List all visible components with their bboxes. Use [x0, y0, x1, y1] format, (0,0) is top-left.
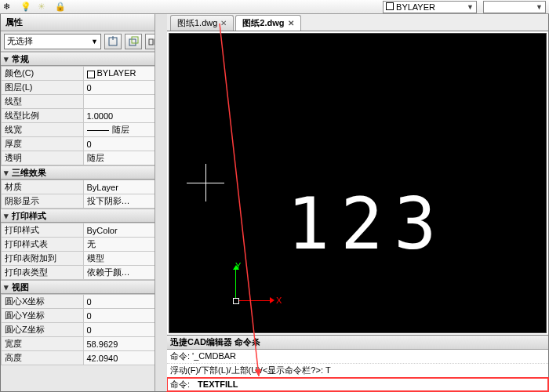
group-general-table: 颜色(C)BYLAYER 图层(L)0 线型 线型比例1.0000 线宽随层 厚… — [1, 66, 165, 165]
document-tabs: 图纸1.dwg✕ 图纸2.dwg✕ — [167, 14, 548, 31]
tab-doc-1[interactable]: 图纸1.dwg✕ — [170, 15, 234, 31]
panel-toolbar: 无选择 ▼ — [1, 31, 165, 52]
color-swatch-icon — [87, 71, 95, 78]
properties-scroll[interactable]: ▾常规 颜色(C)BYLAYER 图层(L)0 线型 线型比例1.0000 线宽… — [1, 52, 165, 391]
group-view-header[interactable]: ▾视图 — [1, 280, 165, 294]
table-row: 宽度58.9629 — [2, 337, 165, 351]
chevron-down-icon: ▾ — [4, 168, 12, 178]
table-row: 图层(L)0 — [2, 81, 165, 95]
drawing-canvas[interactable]: Y X 123 — [169, 33, 547, 333]
chevron-down-icon: ▾ — [4, 54, 12, 64]
table-row: 厚度0 — [2, 137, 165, 151]
sun-icon[interactable]: ☀ — [38, 2, 49, 13]
table-row: 打印表类型依赖于颜… — [2, 266, 165, 280]
group-3d-table: 材质ByLayer 阴影显示投下阴影… — [1, 180, 165, 209]
bylayer-label: BYLAYER — [396, 2, 435, 12]
table-row: 材质ByLayer — [2, 180, 165, 194]
table-row: 高度42.0940 — [2, 351, 165, 365]
tab-label: 图纸1.dwg — [177, 17, 217, 29]
command-history-line: 命令: '_CMDBAR — [167, 350, 548, 364]
command-text: TEXTFILL — [198, 379, 238, 389]
table-row: 打印样式表无 — [2, 238, 165, 252]
properties-panel: 属性 无选择 ▼ ▾常规 颜色(C)BYLAYER 图层(L)0 线型 线型比例… — [1, 14, 167, 391]
command-bar: 迅捷CAD编辑器 命令条 命令: '_CMDBAR 浮动(F)/下部(L)/上部… — [167, 335, 548, 391]
crosshair-icon — [205, 164, 206, 201]
color-swatch-icon — [386, 2, 394, 10]
x-axis-label: X — [276, 296, 282, 305]
panel-title: 属性 — [1, 14, 165, 31]
tab-doc-2[interactable]: 图纸2.dwg✕ — [235, 15, 300, 31]
tab-label: 图纸2.dwg — [242, 17, 284, 29]
table-row: 打印样式ByColor — [2, 223, 165, 238]
svg-rect-3 — [132, 37, 138, 43]
chevron-down-icon: ▾ — [4, 282, 12, 292]
prop-tool-2-button[interactable] — [125, 34, 142, 49]
prop-tool-1-button[interactable] — [104, 34, 122, 49]
ucs-icon: Y X — [235, 261, 282, 308]
close-icon[interactable]: ✕ — [220, 19, 227, 27]
selection-label: 无选择 — [7, 35, 33, 47]
drawing-area: 图纸1.dwg✕ 图纸2.dwg✕ Y X 123 迅捷CAD编辑器 命令条 命… — [167, 14, 548, 391]
group-print-table: 打印样式ByColor 打印样式表无 打印表附加到模型 打印表类型依赖于颜… — [1, 223, 165, 280]
y-axis-label: Y — [235, 261, 241, 270]
group-3d-header[interactable]: ▾三维效果 — [1, 165, 165, 180]
group-print-header[interactable]: ▾打印样式 — [1, 209, 165, 223]
group-view-table: 圆心X坐标0 圆心Y坐标0 圆心Z坐标0 宽度58.9629 高度42.0940 — [1, 294, 165, 365]
command-bar-title: 迅捷CAD编辑器 命令条 — [167, 336, 548, 350]
selection-dropdown[interactable]: 无选择 ▼ — [4, 34, 101, 49]
command-prompt-label: 命令: — [170, 379, 190, 389]
svg-rect-4 — [149, 39, 153, 45]
top-toolbar: ❄ 💡 ☀ 🔒 BYLAYER ▼ ▼ — [0, 0, 549, 14]
lock-icon[interactable]: 🔒 — [55, 2, 66, 13]
chevron-down-icon: ▼ — [91, 38, 98, 45]
snowflake-icon[interactable]: ❄ — [3, 2, 14, 13]
table-row: 线宽随层 — [2, 123, 165, 137]
drawing-text-123: 123 — [287, 183, 448, 265]
lineweight-icon — [87, 130, 109, 131]
scrollbar[interactable] — [155, 14, 167, 391]
table-row: 圆心Z坐标0 — [2, 323, 165, 337]
secondary-dropdown[interactable]: ▼ — [483, 1, 546, 13]
bulb-icon[interactable]: 💡 — [20, 2, 31, 13]
bylayer-dropdown[interactable]: BYLAYER ▼ — [383, 1, 477, 13]
group-general-header[interactable]: ▾常规 — [1, 52, 165, 66]
table-row: 阴影显示投下阴影… — [2, 194, 165, 209]
command-input[interactable]: 命令: TEXTFILL — [167, 378, 548, 391]
table-row: 圆心X坐标0 — [2, 295, 165, 309]
command-history-line: 浮动(F)/下部(L)/上部(U)/<显示命令栏?>: T — [167, 364, 548, 378]
table-row: 打印表附加到模型 — [2, 252, 165, 266]
chevron-down-icon: ▾ — [4, 211, 12, 221]
table-row: 颜色(C)BYLAYER — [2, 67, 165, 81]
chevron-down-icon: ▼ — [467, 3, 474, 11]
table-row: 线型比例1.0000 — [2, 109, 165, 123]
table-row: 线型 — [2, 95, 165, 109]
chevron-down-icon: ▼ — [536, 3, 543, 11]
table-row: 圆心Y坐标0 — [2, 309, 165, 323]
table-row: 透明随层 — [2, 151, 165, 165]
close-icon[interactable]: ✕ — [288, 19, 294, 27]
svg-rect-2 — [129, 39, 136, 45]
